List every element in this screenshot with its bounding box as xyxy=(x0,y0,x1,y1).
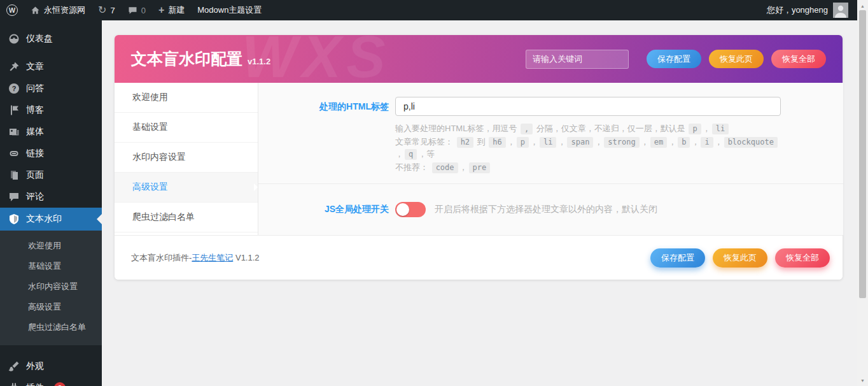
submenu-advanced-settings[interactable]: 高级设置 xyxy=(0,297,102,317)
settings-card: WXS 文本盲水印配置 v1.1.2 保存配置 恢复此页 恢复全部 欢迎使用 基… xyxy=(115,35,843,280)
comments-count: 0 xyxy=(141,6,146,15)
sidebar-item-posts[interactable]: 文章 xyxy=(0,56,102,78)
admin-bar: W 永恒资源网 ↻ 7 0 + 新建 Modown主题设置 您好，yonghen… xyxy=(0,0,857,20)
submenu-crawler-whitelist[interactable]: 爬虫过滤白名单 xyxy=(0,317,102,338)
sidebar-item-label: 评论 xyxy=(26,191,44,203)
site-link[interactable]: 永恒资源网 xyxy=(24,0,92,20)
plugin-icon xyxy=(8,382,20,386)
sidebar-item-label: 插件 xyxy=(26,382,44,386)
updates-menu[interactable]: ↻ 7 xyxy=(92,0,122,20)
credit-version: V1.1.2 xyxy=(233,253,259,262)
svg-text:?: ? xyxy=(11,85,16,92)
sidebar-item-plugins[interactable]: 插件 3 xyxy=(0,377,102,386)
html-tags-desc-line1: 输入要处理的HTML标签，用逗号 , 分隔，仅文章，不递归，仅一层，默认是 p，… xyxy=(395,122,781,134)
html-tags-input[interactable] xyxy=(395,97,781,116)
author-link[interactable]: 王先生笔记 xyxy=(192,253,233,262)
avatar xyxy=(833,3,848,18)
watermark-submenu: 欢迎使用 基础设置 水印内容设置 高级设置 爬虫过滤白名单 xyxy=(0,231,102,345)
sidebar-item-media[interactable]: 媒体 xyxy=(0,121,102,143)
person-icon xyxy=(833,3,848,18)
pages-icon xyxy=(8,169,20,182)
html-tags-desc-line3: 不推荐： code，pre xyxy=(395,161,781,173)
tab-advanced-settings[interactable]: 高级设置 xyxy=(115,173,258,203)
html-tags-desc-line2: 文章常见标签： h2 到 h6，p，li，span，strong，em，b，i，… xyxy=(395,136,781,160)
sidebar-item-pages[interactable]: 页面 xyxy=(0,164,102,186)
wordpress-logo-icon: W xyxy=(6,4,18,16)
sidebar-item-links[interactable]: 链接 xyxy=(0,143,102,164)
submenu-welcome[interactable]: 欢迎使用 xyxy=(0,236,102,256)
sidebar-item-blog[interactable]: 博客 xyxy=(0,99,102,121)
sidebar-item-comments[interactable]: 评论 xyxy=(0,186,102,208)
page-scrollbar[interactable]: ▲ ▼ xyxy=(857,0,868,386)
plugin-credit: 文本盲水印插件-王先生笔记 V1.1.2 xyxy=(131,252,260,264)
settings-tab-column: 欢迎使用 基础设置 水印内容设置 高级设置 爬虫过滤白名单 xyxy=(115,83,258,235)
account-menu[interactable]: 您好，yongheng xyxy=(767,0,857,20)
shield-icon xyxy=(8,213,20,225)
sidebar-item-appearance[interactable]: 外观 xyxy=(0,355,102,377)
comment-icon xyxy=(8,191,20,203)
settings-content: 处理的HTML标签 输入要处理的HTML标签，用逗号 , 分隔，仅文章，不递归，… xyxy=(258,83,843,235)
comment-icon xyxy=(128,6,137,15)
restore-all-button-footer[interactable]: 恢复全部 xyxy=(775,248,830,268)
greeting-text: 您好，yongheng xyxy=(767,4,828,16)
sidebar-item-label: 问答 xyxy=(26,83,44,94)
sidebar-item-label: 文章 xyxy=(26,61,44,73)
theme-settings-menu[interactable]: Modown主题设置 xyxy=(191,0,268,20)
updates-count: 7 xyxy=(110,6,115,15)
comments-menu[interactable]: 0 xyxy=(122,0,152,20)
html-tags-row: 处理的HTML标签 输入要处理的HTML标签，用逗号 , 分隔，仅文章，不递归，… xyxy=(258,83,843,183)
html-tags-label: 处理的HTML标签 xyxy=(258,97,389,173)
pushpin-icon xyxy=(8,61,20,73)
sidebar-item-label: 媒体 xyxy=(26,126,44,138)
tab-crawler-whitelist[interactable]: 爬虫过滤白名单 xyxy=(115,203,258,232)
page-title: 文本盲水印配置 xyxy=(131,48,242,69)
updates-icon: ↻ xyxy=(98,5,106,15)
sidebar-item-label: 仪表盘 xyxy=(26,33,53,45)
page-version: v1.1.2 xyxy=(248,57,270,66)
save-config-button-footer[interactable]: 保存配置 xyxy=(650,248,705,268)
scroll-down-arrow[interactable]: ▼ xyxy=(857,376,868,385)
js-switch-desc: 开启后将根据下方选择器处理文章以外的内容，默认关闭 xyxy=(435,204,657,215)
new-label: 新建 xyxy=(168,4,185,16)
site-name: 永恒资源网 xyxy=(44,4,85,16)
wordpress-menu[interactable]: W xyxy=(0,0,24,20)
sidebar-item-dashboard[interactable]: 仪表盘 xyxy=(0,28,102,50)
settings-header: WXS 文本盲水印配置 v1.1.2 保存配置 恢复此页 恢复全部 xyxy=(115,35,843,83)
dashboard-icon xyxy=(8,33,20,45)
sidebar-item-label: 文本水印 xyxy=(26,213,62,225)
sidebar-item-label: 博客 xyxy=(26,104,44,116)
restore-all-button[interactable]: 恢复全部 xyxy=(771,50,826,68)
theme-settings-label: Modown主题设置 xyxy=(197,4,262,16)
sidebar-item-label: 链接 xyxy=(26,148,44,159)
restore-page-button-footer[interactable]: 恢复此页 xyxy=(713,248,767,268)
save-config-button[interactable]: 保存配置 xyxy=(647,50,701,68)
scroll-up-arrow[interactable]: ▲ xyxy=(857,1,868,10)
brush-icon xyxy=(8,361,20,373)
question-circle-icon: ? xyxy=(8,83,20,95)
sidebar-item-label: 页面 xyxy=(26,169,44,181)
link-icon xyxy=(8,148,20,160)
js-global-toggle[interactable] xyxy=(395,202,426,217)
sidebar-item-qa[interactable]: ? 问答 xyxy=(0,78,102,99)
settings-footer: 文本盲水印插件-王先生笔记 V1.1.2 保存配置 恢复此页 恢复全部 xyxy=(115,235,843,280)
tab-watermark-content[interactable]: 水印内容设置 xyxy=(115,143,258,173)
restore-page-button[interactable]: 恢复此页 xyxy=(709,50,764,68)
plus-icon: + xyxy=(158,5,164,15)
sidebar-item-label: 外观 xyxy=(26,361,44,372)
admin-sidebar: 仪表盘 文章 ? 问答 博客 媒体 链接 页面 评论 文本水印 欢迎使用 基础设… xyxy=(0,20,102,386)
js-switch-row: JS全局处理开关 开启后将根据下方选择器处理文章以外的内容，默认关闭 xyxy=(258,184,843,235)
keyword-search-input[interactable] xyxy=(526,50,629,69)
submenu-basic-settings[interactable]: 基础设置 xyxy=(0,256,102,276)
flag-icon xyxy=(8,104,20,117)
new-content-menu[interactable]: + 新建 xyxy=(152,0,191,20)
tab-basic-settings[interactable]: 基础设置 xyxy=(115,113,258,143)
credit-prefix: 文本盲水印插件- xyxy=(131,253,192,262)
scrollbar-thumb[interactable] xyxy=(859,10,866,298)
sidebar-item-text-watermark[interactable]: 文本水印 xyxy=(0,208,102,231)
home-icon xyxy=(31,6,40,15)
plugin-update-badge: 3 xyxy=(54,382,66,386)
tab-welcome[interactable]: 欢迎使用 xyxy=(115,83,258,113)
main-area: WXS 文本盲水印配置 v1.1.2 保存配置 恢复此页 恢复全部 欢迎使用 基… xyxy=(102,20,857,386)
media-icon xyxy=(8,126,20,138)
submenu-watermark-content[interactable]: 水印内容设置 xyxy=(0,276,102,297)
